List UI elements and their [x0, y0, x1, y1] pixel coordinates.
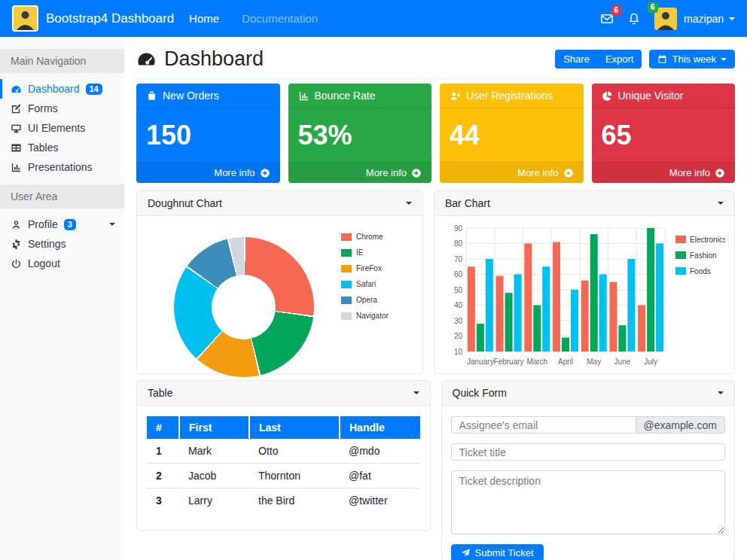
share-export-group: Share Export	[555, 50, 642, 68]
bar	[656, 244, 663, 352]
more-info-link[interactable]: More info	[136, 162, 280, 183]
sidebar-item-label: Dashboard	[28, 83, 80, 95]
bar	[505, 293, 513, 352]
row-number: 3	[147, 488, 179, 513]
legend-swatch	[675, 267, 686, 275]
x-tick-label: January	[467, 358, 494, 366]
bar-chart: 908070605040302010JanuaryFebruaryMarchAp…	[434, 216, 734, 374]
avatar	[14, 7, 37, 30]
legend-item: Opera	[341, 296, 413, 304]
paper-plane-icon	[461, 548, 471, 558]
stat-value: 150	[136, 108, 280, 162]
nav-link-documentation[interactable]: Documentation	[242, 12, 318, 25]
y-tick-label: 30	[454, 317, 463, 325]
y-tick-label: 90	[454, 224, 463, 233]
assignee-email-input[interactable]	[451, 416, 636, 434]
stat-value: 44	[440, 108, 584, 162]
x-tick-label: February	[494, 358, 524, 366]
bell-icon	[627, 12, 641, 26]
more-info-link[interactable]: More info	[592, 162, 736, 183]
ticket-description-textarea[interactable]	[451, 470, 726, 534]
more-info-link[interactable]: More info	[288, 162, 432, 183]
legend-swatch	[675, 251, 686, 259]
sidebar-section-main-navigation: Main Navigation	[0, 49, 124, 73]
stat-card-new-orders: New Orders 150 More info	[136, 84, 280, 183]
bar	[581, 281, 589, 352]
main-content: Dashboard Share Export This week	[124, 37, 747, 560]
bar	[468, 266, 475, 352]
table-cell: Mark	[179, 439, 249, 464]
doughnut-chart	[174, 237, 314, 377]
stat-label: Unique Visitor	[618, 90, 684, 102]
chevron-down-icon[interactable]	[109, 223, 115, 229]
pie-icon	[602, 90, 613, 102]
y-tick-label: 50	[454, 286, 463, 294]
charts-row: Doughnut Chart ChromeIEFireFoxSafariOper…	[136, 190, 735, 374]
submit-ticket-button[interactable]: Submit Ticket	[451, 544, 544, 560]
y-tick-label: 60	[454, 270, 463, 278]
sidebar-item-tables[interactable]: Tables	[0, 138, 124, 157]
table-row: 1MarkOtto@mdo	[147, 439, 420, 464]
legend-swatch	[341, 312, 352, 320]
chevron-down-icon[interactable]	[729, 17, 735, 23]
messages-button[interactable]: 6	[600, 12, 614, 26]
notifications-button[interactable]	[627, 12, 641, 26]
dashboard-badge: 14	[86, 84, 102, 95]
table-cell: Otto	[249, 439, 340, 464]
collapse-caret-icon[interactable]	[413, 391, 419, 397]
messages-count-badge: 6	[611, 5, 622, 16]
bar	[553, 242, 560, 352]
user-menu-avatar[interactable]: 6	[654, 8, 677, 30]
stat-card-bounce-rate: Bounce Rate 53% More info	[288, 84, 432, 183]
legend-label: Fashion	[690, 251, 717, 260]
doughnut-legend: ChromeIEFireFoxSafariOperaNavigator	[341, 233, 413, 392]
data-table: #FirstLastHandle 1MarkOtto@mdo2JacobThor…	[147, 416, 420, 513]
sidebar-item-label: Forms	[28, 102, 58, 114]
legend-label: Safari	[356, 280, 376, 288]
bar	[477, 324, 484, 352]
username-label[interactable]: mazipan	[684, 13, 724, 25]
y-tick-label: 20	[454, 332, 463, 340]
table-row: 3Larrythe Bird@twitter	[147, 488, 420, 513]
gear-icon	[11, 239, 22, 250]
period-dropdown-button[interactable]: This week	[649, 50, 735, 68]
period-label: This week	[672, 53, 716, 65]
sidebar-item-presentations[interactable]: Presentations	[0, 157, 124, 177]
nav-link-home[interactable]: Home	[189, 12, 219, 25]
legend-item: Chrome	[341, 233, 413, 241]
sidebar-item-profile[interactable]: Profile 3	[0, 215, 124, 234]
legend-item: Safari	[341, 280, 413, 288]
sidebar-item-settings[interactable]: Settings	[0, 234, 124, 254]
ticket-title-input[interactable]	[451, 443, 726, 461]
sidebar-item-logout[interactable]: Logout	[0, 254, 124, 273]
sidebar-item-label: Logout	[28, 257, 60, 269]
bar	[571, 290, 578, 352]
user-plus-icon	[450, 90, 461, 102]
stat-label: Bounce Rate	[315, 90, 376, 102]
more-info-link[interactable]: More info	[440, 162, 584, 183]
card-title: Table	[148, 387, 172, 399]
bar	[524, 244, 532, 352]
stat-label: New Orders	[163, 90, 219, 102]
share-button[interactable]: Share	[555, 50, 598, 68]
collapse-caret-icon[interactable]	[718, 391, 724, 397]
brand-title[interactable]: Bootstrap4 Dashboard	[46, 11, 174, 26]
sidebar-item-ui-elements[interactable]: UI Elements	[0, 118, 124, 138]
sidebar-item-dashboard[interactable]: Dashboard 14	[0, 79, 124, 99]
bar	[496, 276, 504, 352]
column-header: Last	[249, 416, 340, 439]
sidebar-item-forms[interactable]: Forms	[0, 99, 124, 118]
chart-bar-icon	[298, 90, 309, 102]
table-cell: @mdo	[340, 439, 420, 464]
collapse-caret-icon[interactable]	[406, 202, 412, 208]
card-title: Quick Form	[453, 387, 507, 399]
x-tick-label: March	[526, 358, 547, 366]
table-cell: @fat	[340, 464, 420, 488]
legend-swatch	[341, 249, 352, 257]
export-button[interactable]: Export	[598, 50, 642, 68]
brand-logo[interactable]	[12, 5, 38, 32]
row-number: 1	[147, 439, 179, 464]
user-icon	[11, 219, 22, 230]
collapse-caret-icon[interactable]	[718, 202, 724, 208]
bag-icon	[146, 90, 157, 102]
